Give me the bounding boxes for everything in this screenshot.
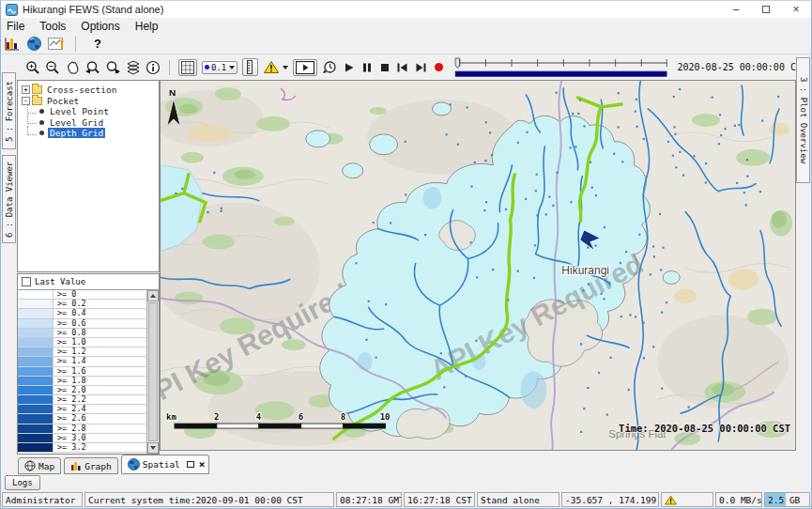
pause-icon[interactable] [360,61,374,74]
status-mode: Stand alone [477,492,559,507]
left-panel: + Cross-section - Pocket Level Point Lev… [17,80,160,455]
bar-chart-icon [70,460,82,471]
maximize-icon[interactable] [751,1,781,18]
status-bar: Administrator Current system time:2020-0… [1,491,811,508]
tree-connector [27,104,37,114]
scale-tick: 2 [214,412,219,422]
zoom-out-icon[interactable] [45,60,60,75]
legend-scrollbar[interactable] [146,290,159,454]
color-swatch [18,367,54,376]
status-gmt-time: 08:27:18 GMT [336,492,402,507]
stop-icon[interactable] [378,61,391,73]
threshold-dropdown[interactable]: 0.1 [202,61,237,74]
layers-tree: + Cross-section - Pocket Level Point Lev… [17,80,160,272]
chevron-down-icon [229,66,235,69]
folder-icon [32,85,42,94]
tree-item-level-point[interactable]: Level Point [18,106,159,117]
zoom-previous-icon[interactable] [84,60,100,75]
sidebar-tab-plot-overview[interactable]: 3 : Plot Overview [796,57,810,183]
timestep-clock-icon[interactable] [322,60,338,75]
threshold-value: 0.1 [211,63,226,72]
main-toolbar: ? [1,34,811,54]
zoom-next-icon[interactable] [105,60,121,75]
grid-display-button[interactable] [178,59,197,76]
color-swatch [18,290,54,299]
threshold-dot-icon [205,65,209,69]
close-panel-icon[interactable]: × [199,460,206,470]
wire-globe-icon [24,460,36,471]
color-swatch [18,338,54,347]
color-swatch [18,300,54,308]
last-value-checkbox[interactable] [22,277,31,286]
tree-connector [27,115,37,124]
sidebar-tab-forecast[interactable]: 5 : Forecast [2,72,16,149]
tab-graph[interactable]: Graph [64,457,118,474]
status-system-time: Current system time:2020-09-01 00:00 CST [84,492,334,507]
tab-map[interactable]: Map [18,457,61,474]
menu-options[interactable]: Options [81,20,119,33]
info-icon[interactable] [146,60,161,75]
node-bullet-icon [39,109,44,114]
status-net-speed: 0.0 MB/s [715,492,762,507]
logs-row: Logs [1,474,811,492]
scrollbar-thumb[interactable] [148,302,158,441]
tree-item-cross-section[interactable]: + Cross-section [18,85,159,96]
color-swatch [18,309,54,317]
warning-dropdown[interactable] [263,60,288,74]
tree-connector [27,126,37,135]
color-swatch [18,329,54,337]
globe-icon [128,458,140,470]
animation-display-button[interactable] [293,59,317,76]
menu-tools[interactable]: Tools [39,20,66,33]
tree-item-pocket[interactable]: - Pocket [18,96,159,107]
data-display-icon[interactable] [5,37,21,51]
color-swatch [18,357,54,365]
help-button[interactable]: ? [94,37,101,51]
pan-hand-icon[interactable] [65,60,80,75]
color-swatch [18,319,54,328]
toolbar-separator [75,37,76,52]
color-swatch [18,424,54,433]
map-canvas[interactable]: API Key Required API Key Required [161,81,795,450]
status-warning-cell [661,492,713,507]
color-swatch [18,347,54,356]
status-coordinates: -35.657 , 174.199 [561,492,659,507]
menu-help[interactable]: Help [135,20,159,33]
expand-icon[interactable]: + [22,85,30,94]
map-toolbar: 0.1 [1,54,811,80]
sidebar-tab-data-viewer[interactable]: 6 : Data Viewer [2,155,16,243]
status-local-time: 16:27:18 CST [404,492,475,507]
app-icon [6,4,18,16]
maximize-panel-icon[interactable] [187,461,194,468]
last-step-icon[interactable] [414,61,428,74]
play-icon[interactable] [343,61,356,74]
logs-button[interactable]: Logs [5,475,40,490]
first-step-icon[interactable] [395,61,409,74]
scale-unit: km [166,412,176,422]
menu-file[interactable]: File [7,20,24,33]
tree-item-depth-grid[interactable]: Depth Grid [18,128,159,139]
close-icon[interactable]: × [781,1,811,18]
scroll-up-icon[interactable] [147,290,159,301]
minimize-icon[interactable]: – [721,1,751,18]
color-swatch [18,377,54,385]
record-icon[interactable] [433,61,445,73]
globe-icon[interactable] [27,37,41,51]
tab-spatial[interactable]: Spatial × [121,455,210,474]
zoom-in-icon[interactable] [25,60,40,75]
color-swatch [18,405,54,413]
scale-tick: 4 [256,412,261,422]
view-tabs: Map Graph Spatial × [1,455,811,474]
north-label: N [169,87,176,98]
map-time-label: Time: 2020-08-25 00:00:00 CST [619,423,790,434]
layers-icon[interactable] [126,60,141,75]
color-swatch [18,386,54,394]
legend-panel: Last Value >= 0 >= 0.2 >= 0.4 >= 0.6 >= … [17,273,160,455]
map-view[interactable]: API Key Required API Key Required [160,80,796,451]
timeline-slider[interactable] [453,56,668,79]
scroll-down-icon[interactable] [147,442,159,454]
tree-item-level-grid[interactable]: Level Grid [18,117,159,129]
scale-ruler-button[interactable] [242,58,258,76]
timeline-date: 2020-08-25 00:00:00 CST [678,62,807,72]
spatial-display-icon[interactable] [48,37,65,51]
